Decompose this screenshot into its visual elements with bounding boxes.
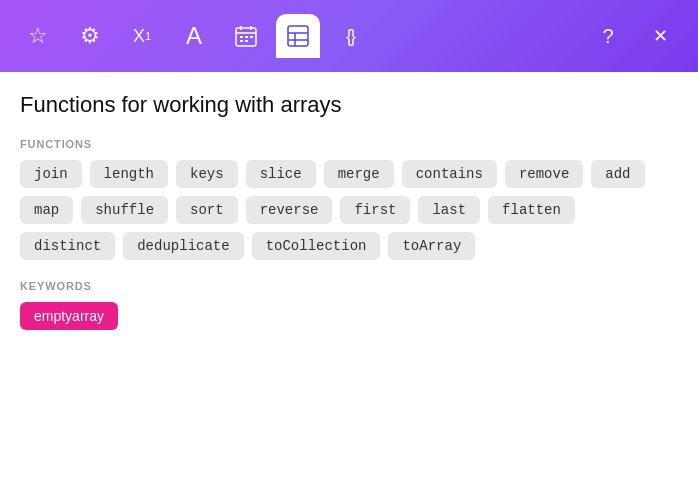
function-tag[interactable]: remove	[505, 160, 583, 188]
svg-rect-7	[240, 40, 243, 42]
keywords-label: KEYWORDS	[20, 280, 678, 292]
function-tag[interactable]: first	[340, 196, 410, 224]
function-tag[interactable]: map	[20, 196, 73, 224]
main-content: Functions for working with arrays FUNCTI…	[0, 72, 698, 504]
function-tag[interactable]: toArray	[388, 232, 475, 260]
gear-icon[interactable]: ⚙	[68, 14, 112, 58]
function-tag[interactable]: reverse	[246, 196, 333, 224]
keyword-tag[interactable]: emptyarray	[20, 302, 118, 330]
table-icon[interactable]	[276, 14, 320, 58]
function-tag[interactable]: length	[90, 160, 168, 188]
svg-rect-4	[240, 36, 243, 38]
svg-rect-8	[245, 40, 248, 42]
function-tag[interactable]: slice	[246, 160, 316, 188]
function-tag[interactable]: distinct	[20, 232, 115, 260]
function-tag[interactable]: merge	[324, 160, 394, 188]
calendar-icon[interactable]	[224, 14, 268, 58]
functions-list: joinlengthkeysslicemergecontainsremovead…	[20, 160, 678, 260]
function-tag[interactable]: deduplicate	[123, 232, 243, 260]
svg-rect-5	[245, 36, 248, 38]
function-tag[interactable]: contains	[402, 160, 497, 188]
functions-label: FUNCTIONS	[20, 138, 678, 150]
function-tag[interactable]: toCollection	[252, 232, 381, 260]
function-tag[interactable]: sort	[176, 196, 238, 224]
function-tag[interactable]: flatten	[488, 196, 575, 224]
function-tag[interactable]: keys	[176, 160, 238, 188]
svg-rect-9	[288, 26, 308, 46]
close-icon[interactable]: ✕	[638, 14, 682, 58]
superscript-icon[interactable]: X1	[120, 14, 164, 58]
function-tag[interactable]: join	[20, 160, 82, 188]
code-icon[interactable]: {}	[328, 14, 372, 58]
function-tag[interactable]: add	[591, 160, 644, 188]
function-tag[interactable]: last	[418, 196, 480, 224]
page-title: Functions for working with arrays	[20, 92, 678, 118]
function-tag[interactable]: shuffle	[81, 196, 168, 224]
svg-rect-6	[250, 36, 253, 38]
font-icon[interactable]: A	[172, 14, 216, 58]
star-icon[interactable]: ☆	[16, 14, 60, 58]
keywords-list: emptyarray	[20, 302, 678, 330]
help-icon[interactable]: ?	[586, 14, 630, 58]
toolbar: ☆ ⚙ X1 A {} ? ✕	[0, 0, 698, 72]
